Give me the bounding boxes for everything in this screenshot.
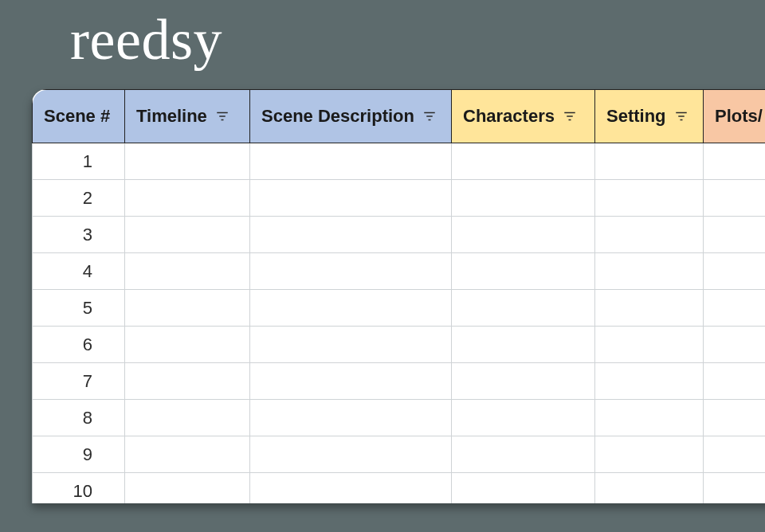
filter-icon[interactable]	[563, 109, 577, 123]
cell-characters[interactable]	[452, 436, 595, 473]
table-row: 3	[33, 217, 766, 253]
table-row: 7	[33, 363, 766, 400]
cell-plots[interactable]	[704, 143, 766, 180]
row-number-cell[interactable]: 10	[33, 473, 125, 504]
row-number-cell[interactable]: 8	[33, 400, 125, 436]
table-row: 10	[33, 473, 766, 504]
cell-characters[interactable]	[452, 217, 595, 253]
cell-timeline[interactable]	[125, 363, 250, 400]
row-number-cell[interactable]: 9	[33, 436, 125, 473]
column-header-label: Setting	[606, 106, 666, 127]
table-row: 2	[33, 180, 766, 217]
cell-plots[interactable]	[704, 473, 766, 504]
cell-setting[interactable]	[595, 217, 704, 253]
cell-timeline[interactable]	[125, 180, 250, 217]
column-header-label: Scene #	[44, 106, 110, 127]
table-row: 1	[33, 143, 766, 180]
filter-icon[interactable]	[215, 109, 230, 123]
cell-characters[interactable]	[452, 400, 595, 436]
cell-plots[interactable]	[704, 180, 766, 217]
filter-icon[interactable]	[674, 109, 688, 123]
cell-plots[interactable]	[704, 363, 766, 400]
row-number-cell[interactable]: 1	[33, 143, 125, 180]
table-row: 4	[33, 253, 766, 290]
row-number-cell[interactable]: 3	[33, 217, 125, 253]
cell-timeline[interactable]	[125, 327, 250, 363]
cell-setting[interactable]	[595, 290, 704, 327]
row-number-cell[interactable]: 5	[33, 290, 125, 327]
column-header-scene-number[interactable]: Scene #	[33, 90, 125, 143]
cell-characters[interactable]	[452, 363, 595, 400]
cell-desc[interactable]	[250, 253, 452, 290]
cell-timeline[interactable]	[125, 217, 250, 253]
table-row: 6	[33, 327, 766, 363]
row-number-cell[interactable]: 4	[33, 253, 125, 290]
cell-timeline[interactable]	[125, 290, 250, 327]
cell-plots[interactable]	[704, 436, 766, 473]
cell-desc[interactable]	[250, 436, 452, 473]
column-header-scene-description[interactable]: Scene Description	[250, 90, 452, 143]
row-number-cell[interactable]: 2	[33, 180, 125, 217]
cell-timeline[interactable]	[125, 143, 250, 180]
column-header-timeline[interactable]: Timeline	[125, 90, 250, 143]
cell-setting[interactable]	[595, 400, 704, 436]
cell-desc[interactable]	[250, 400, 452, 436]
column-header-setting[interactable]: Setting	[595, 90, 704, 143]
cell-setting[interactable]	[595, 473, 704, 504]
cell-characters[interactable]	[452, 143, 595, 180]
table-row: 8	[33, 400, 766, 436]
cell-plots[interactable]	[704, 327, 766, 363]
scene-table: Scene # Timeline Scene	[32, 89, 765, 503]
scene-spreadsheet: Scene # Timeline Scene	[32, 89, 765, 503]
row-number-cell[interactable]: 7	[33, 363, 125, 400]
filter-icon[interactable]	[422, 109, 437, 123]
cell-characters[interactable]	[452, 253, 595, 290]
cell-desc[interactable]	[250, 473, 452, 504]
cell-characters[interactable]	[452, 180, 595, 217]
brand-logo-text: reedsy	[70, 11, 222, 68]
cell-desc[interactable]	[250, 327, 452, 363]
cell-desc[interactable]	[250, 217, 452, 253]
table-header-row: Scene # Timeline Scene	[33, 90, 766, 143]
cell-setting[interactable]	[595, 180, 704, 217]
column-header-label: Timeline	[136, 106, 207, 127]
cell-plots[interactable]	[704, 290, 766, 327]
cell-setting[interactable]	[595, 253, 704, 290]
cell-timeline[interactable]	[125, 253, 250, 290]
cell-setting[interactable]	[595, 436, 704, 473]
column-header-label: Characters	[463, 106, 555, 127]
column-header-label: Scene Description	[261, 106, 414, 127]
cell-plots[interactable]	[704, 400, 766, 436]
column-header-label: Plots/	[715, 106, 763, 127]
cell-desc[interactable]	[250, 180, 452, 217]
cell-timeline[interactable]	[125, 473, 250, 504]
cell-plots[interactable]	[704, 253, 766, 290]
cell-characters[interactable]	[452, 473, 595, 504]
column-header-characters[interactable]: Characters	[452, 90, 595, 143]
table-row: 9	[33, 436, 766, 473]
cell-characters[interactable]	[452, 327, 595, 363]
cell-desc[interactable]	[250, 363, 452, 400]
cell-characters[interactable]	[452, 290, 595, 327]
cell-setting[interactable]	[595, 327, 704, 363]
cell-timeline[interactable]	[125, 436, 250, 473]
cell-setting[interactable]	[595, 363, 704, 400]
table-row: 5	[33, 290, 766, 327]
cell-setting[interactable]	[595, 143, 704, 180]
cell-plots[interactable]	[704, 217, 766, 253]
row-number-cell[interactable]: 6	[33, 327, 125, 363]
cell-desc[interactable]	[250, 290, 452, 327]
cell-desc[interactable]	[250, 143, 452, 180]
column-header-plots[interactable]: Plots/	[704, 90, 766, 143]
cell-timeline[interactable]	[125, 400, 250, 436]
